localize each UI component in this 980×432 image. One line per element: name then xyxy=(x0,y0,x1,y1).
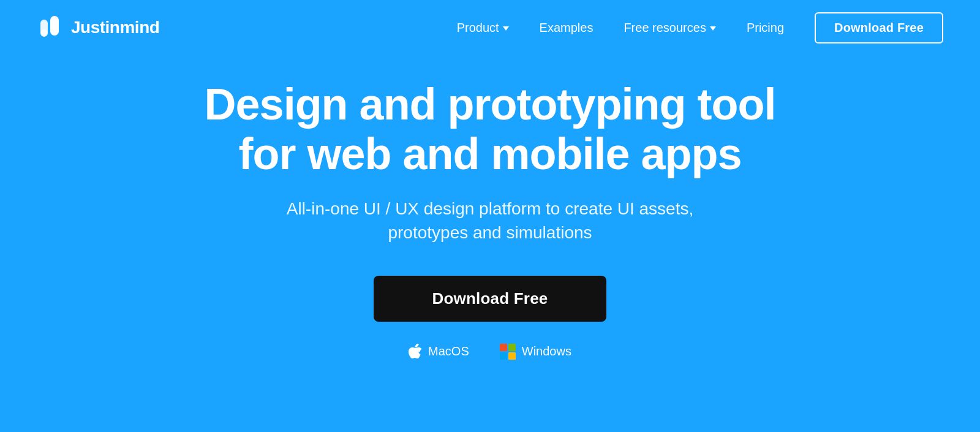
navbar: Justinmind Product Examples Free resourc… xyxy=(0,0,980,55)
nav-download-free-button[interactable]: Download Free xyxy=(815,12,943,44)
hero-section: Design and prototyping tool for web and … xyxy=(0,55,980,372)
nav-pricing[interactable]: Pricing xyxy=(747,21,784,35)
platform-row: MacOS Windows xyxy=(409,344,571,360)
free-resources-chevron-icon xyxy=(710,26,716,31)
nav-product[interactable]: Product xyxy=(457,21,509,35)
apple-icon xyxy=(409,344,422,360)
hero-title: Design and prototyping tool for web and … xyxy=(184,80,796,178)
nav-free-resources[interactable]: Free resources xyxy=(624,21,716,35)
logo[interactable]: Justinmind xyxy=(37,13,159,42)
logo-icon xyxy=(37,13,65,42)
svg-rect-1 xyxy=(40,20,48,36)
brand-name: Justinmind xyxy=(71,18,159,37)
hero-download-free-button[interactable]: Download Free xyxy=(374,276,606,322)
platform-mac: MacOS xyxy=(409,344,469,360)
windows-icon xyxy=(500,344,516,360)
product-chevron-icon xyxy=(503,26,509,31)
logo-svg xyxy=(37,13,65,42)
hero-subtitle: All-in-one UI / UX design platform to cr… xyxy=(270,197,710,244)
nav-examples[interactable]: Examples xyxy=(540,21,594,35)
platform-windows: Windows xyxy=(500,344,571,360)
svg-rect-2 xyxy=(50,16,59,36)
nav-links: Product Examples Free resources Pricing … xyxy=(457,12,943,44)
